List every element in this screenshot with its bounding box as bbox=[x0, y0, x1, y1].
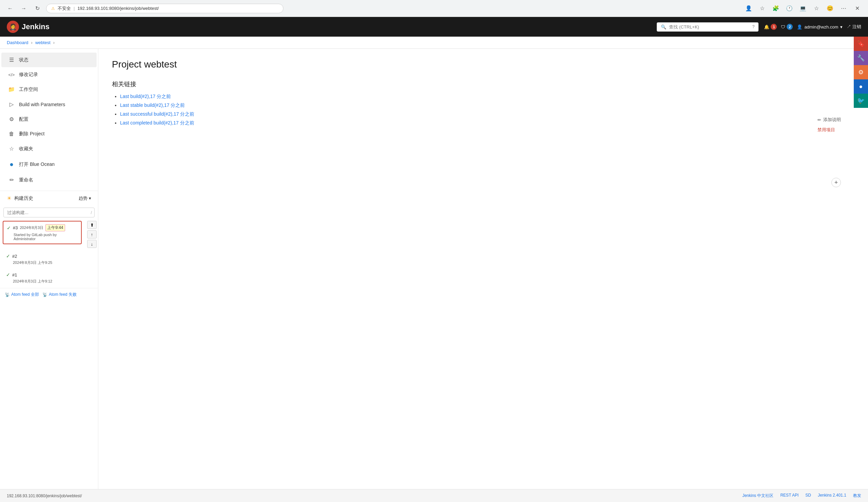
sidebar-item-rename[interactable]: ✏ 重命名 bbox=[1, 173, 97, 187]
build-date-3: 2024年8月3日 bbox=[20, 225, 43, 230]
sidebar-item-workspace[interactable]: 📁 工作空间 bbox=[1, 82, 97, 97]
jenkins-logo[interactable]: 🤵 Jenkins bbox=[7, 21, 50, 33]
url-display[interactable]: 192.168.93.101:8080/jenkins/job/webtest/ bbox=[77, 6, 278, 11]
browser-chrome: ← → ↻ ⚠ 不安全 | 192.168.93.101:8080/jenkin… bbox=[0, 0, 868, 17]
sidebar-label-config: 配置 bbox=[19, 116, 29, 122]
nav-down-button[interactable]: ↓ bbox=[87, 240, 97, 248]
build-status-icon-3: ✓ bbox=[7, 225, 11, 230]
footer-version-link[interactable]: Jenkins 2.401.1 bbox=[818, 493, 846, 499]
footer: 192.168.93.101:8080/jenkins/job/webtest/… bbox=[0, 489, 868, 502]
sidebar-item-changes[interactable]: </> 修改记录 bbox=[1, 68, 97, 82]
sidebar-item-blue-ocean[interactable]: ● 打开 Blue Ocean bbox=[1, 156, 97, 172]
sidebar-item-build-params[interactable]: ▷ Build with Parameters bbox=[1, 97, 97, 112]
add-button[interactable]: + bbox=[831, 178, 841, 187]
list-item: Last build(#2),17 分之前 bbox=[120, 94, 855, 100]
build-history-title: ☀ 构建历史 bbox=[7, 195, 33, 202]
build-num-3: #3 bbox=[13, 225, 18, 230]
project-title: Project webtest bbox=[112, 59, 855, 70]
footer-extra-link[interactable]: 教发 bbox=[853, 493, 861, 499]
last-completed-link[interactable]: Last completed build(#2),17 分之前 bbox=[120, 120, 194, 125]
add-description-link[interactable]: ✏ 添加说明 bbox=[817, 117, 841, 123]
refresh-button[interactable]: ↻ bbox=[32, 4, 42, 13]
right-sidebar-wrench[interactable]: 🔧 bbox=[854, 51, 868, 65]
footer-sd-link[interactable]: SD bbox=[805, 493, 811, 499]
build-date-1: 2024年8月3日 上午9:12 bbox=[13, 279, 92, 284]
changes-icon: </> bbox=[8, 72, 15, 77]
last-build-link[interactable]: Last build(#2),17 分之前 bbox=[120, 94, 171, 99]
shield-icon: 🛡 bbox=[781, 24, 785, 30]
sidebar-label-changes: 修改记录 bbox=[19, 72, 38, 78]
browser-actions: 👤 ☆ 🧩 🕐 💻 ☆ 😊 ⋯ ✕ bbox=[743, 3, 862, 14]
close-button[interactable]: ✕ bbox=[852, 3, 862, 14]
jenkins-search[interactable]: 🔍 ? bbox=[657, 22, 758, 32]
nav-up-button[interactable]: ↑ bbox=[87, 230, 97, 238]
action-links: ✏ 添加说明 禁用项目 bbox=[817, 117, 841, 133]
related-links-list: Last build(#2),17 分之前 Last stable build(… bbox=[112, 94, 855, 126]
right-sidebar-bird[interactable]: 🐦 bbox=[854, 94, 868, 108]
breadcrumb-sep-1: › bbox=[31, 40, 32, 45]
bell-notification[interactable]: 🔔 1 bbox=[764, 24, 777, 30]
more-button[interactable]: ⋯ bbox=[838, 3, 849, 14]
sidebar-item-favorites[interactable]: ☆ 收藏夹 bbox=[1, 142, 97, 156]
right-sidebar-gear[interactable]: ⚙ bbox=[854, 65, 868, 79]
shield-notification[interactable]: 🛡 2 bbox=[781, 24, 793, 30]
footer-community-link[interactable]: Jenkins 中文社区 bbox=[742, 493, 773, 499]
atom-feed-failed[interactable]: 📡 Atom feed 失败 bbox=[42, 292, 76, 297]
list-item: Last stable build(#2),17 分之前 bbox=[120, 102, 855, 109]
extension-button[interactable]: 🧩 bbox=[770, 3, 781, 14]
disable-project-link[interactable]: 禁用项目 bbox=[817, 127, 841, 133]
list-item: Last successful build(#2),17 分之前 bbox=[120, 111, 855, 117]
security-warning-icon: ⚠ bbox=[51, 6, 55, 11]
last-stable-link[interactable]: Last stable build(#2),17 分之前 bbox=[120, 102, 185, 108]
sidebar-label-rename: 重命名 bbox=[19, 177, 33, 183]
search-help-icon[interactable]: ? bbox=[752, 24, 755, 29]
user-button[interactable]: 😊 bbox=[825, 3, 836, 14]
build-time-3: 上午9:44 bbox=[45, 224, 65, 231]
back-button[interactable]: ← bbox=[6, 4, 15, 13]
sidebar-item-delete[interactable]: 🗑 删除 Project bbox=[1, 127, 97, 141]
atom-feed-failed-label: Atom feed 失败 bbox=[49, 292, 76, 297]
user-info[interactable]: 👤 admin@wzh.com ▾ bbox=[797, 24, 843, 30]
trend-label: 趋势 bbox=[79, 195, 87, 202]
nav-top-button[interactable]: ⬆ bbox=[87, 221, 97, 229]
build-item-3[interactable]: ✓ #3 2024年8月3日 上午9:44 Started by GitLab … bbox=[3, 221, 82, 244]
history-button[interactable]: 🕐 bbox=[784, 3, 795, 14]
build-item-1[interactable]: ✓ #1 2024年8月3日 上午9:12 bbox=[3, 269, 95, 287]
footer-links: Jenkins 中文社区 REST API SD Jenkins 2.401.1… bbox=[742, 493, 861, 499]
build-row-3: ✓ #3 2024年8月3日 上午9:44 Started by GitLab … bbox=[0, 219, 98, 249]
search-input[interactable] bbox=[669, 24, 749, 30]
tablet-button[interactable]: 💻 bbox=[797, 3, 808, 14]
sidebar-item-config[interactable]: ⚙ 配置 bbox=[1, 112, 97, 126]
forward-button[interactable]: → bbox=[19, 4, 29, 13]
atom-feed-all[interactable]: 📡 Atom feed 全部 bbox=[5, 292, 39, 297]
filter-input[interactable] bbox=[3, 207, 95, 217]
footer-rest-api-link[interactable]: REST API bbox=[780, 493, 798, 499]
star-icon: ☆ bbox=[8, 145, 15, 152]
logout-button[interactable]: ↗ 注销 bbox=[847, 24, 861, 30]
shield-badge: 2 bbox=[787, 24, 793, 30]
breadcrumb-webtest[interactable]: webtest bbox=[35, 40, 51, 45]
breadcrumb-dashboard[interactable]: Dashboard bbox=[7, 40, 29, 45]
bell-badge: 1 bbox=[771, 24, 777, 30]
trend-button[interactable]: 趋势 ▾ bbox=[79, 195, 91, 202]
sidebar-label-build-params: Build with Parameters bbox=[19, 102, 65, 107]
star-button[interactable]: ☆ bbox=[757, 3, 768, 14]
profile-button[interactable]: 👤 bbox=[743, 3, 754, 14]
build-date-2: 2024年8月3日 上午9:25 bbox=[13, 260, 92, 265]
blue-ocean-icon: ● bbox=[8, 161, 15, 168]
delete-icon: 🗑 bbox=[8, 131, 15, 137]
right-sidebar-circle[interactable]: ● bbox=[854, 79, 868, 94]
bell-icon: 🔔 bbox=[764, 24, 769, 30]
username-label: admin@wzh.com bbox=[804, 24, 838, 30]
sun-icon: ☀ bbox=[7, 195, 11, 202]
add-description-label: 添加说明 bbox=[823, 117, 841, 123]
bookmark-button[interactable]: ☆ bbox=[811, 3, 822, 14]
build-item-2[interactable]: ✓ #2 2024年8月3日 上午9:25 bbox=[3, 251, 95, 268]
build-nav-btns: ⬆ ↑ ↓ bbox=[87, 221, 97, 248]
right-sidebar-bookmark[interactable]: 🔖 bbox=[854, 37, 868, 51]
last-successful-link[interactable]: Last successful build(#2),17 分之前 bbox=[120, 111, 194, 117]
user-icon: 👤 bbox=[797, 24, 802, 30]
content-area: Project webtest 相关链接 Last build(#2),17 分… bbox=[98, 49, 868, 139]
atom-feed-all-label: Atom feed 全部 bbox=[11, 292, 39, 297]
sidebar-item-status[interactable]: ☰ 状态 bbox=[1, 53, 97, 67]
